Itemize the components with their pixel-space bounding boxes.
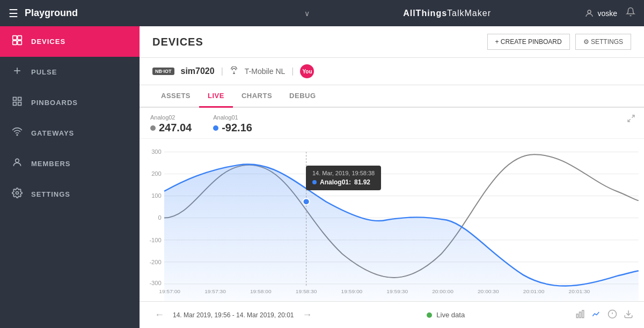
chevron-down-icon[interactable]: ∨ — [304, 9, 310, 18]
info-icon[interactable] — [608, 309, 617, 321]
tab-assets[interactable]: ASSETS — [152, 85, 199, 108]
svg-rect-4 — [18, 41, 22, 45]
legend-analog01-value: -92.16 — [213, 122, 252, 134]
svg-text:300: 300 — [151, 149, 162, 155]
svg-rect-1 — [13, 36, 17, 40]
notification-bell-icon[interactable] — [626, 7, 635, 19]
svg-line-17 — [628, 119, 631, 122]
pinboards-icon — [11, 96, 24, 109]
separator2: | — [291, 66, 294, 76]
svg-text:-100: -100 — [149, 237, 161, 243]
line-chart-icon[interactable] — [591, 309, 601, 321]
sidebar-item-settings[interactable]: SETTINGS — [0, 179, 140, 210]
user-name-label: voske — [597, 9, 617, 18]
svg-rect-7 — [13, 98, 17, 101]
svg-rect-9 — [13, 102, 17, 106]
app-title: Playground — [25, 8, 300, 19]
svg-rect-45 — [580, 312, 581, 318]
legend-analog02-value: 247.04 — [150, 122, 192, 134]
svg-rect-3 — [13, 41, 17, 45]
sidebar-item-label: SETTINGS — [31, 190, 70, 198]
content-area: DEVICES + CREATE PINBOARD ⚙ SETTINGS NB·… — [140, 26, 644, 328]
svg-rect-2 — [18, 36, 22, 40]
sidebar-item-label: GATEWAYS — [31, 129, 74, 137]
legend-analog02-label: Analog02 — [150, 114, 192, 121]
svg-rect-44 — [576, 314, 578, 318]
legend-analog01: Analog01 -92.16 — [213, 114, 252, 134]
sidebar-item-label: DEVICES — [31, 38, 65, 46]
svg-line-16 — [632, 115, 634, 118]
chart-svg: 300 200 100 0 -100 -200 -300 19:57:00 19… — [140, 139, 644, 301]
create-pinboard-button[interactable]: + CREATE PINBOARD — [487, 34, 570, 50]
user-avatar-icon — [584, 9, 594, 18]
main-layout: DEVICES PULSE PINBOARDS GATEWAYS MEMBERS — [0, 26, 644, 328]
tab-live[interactable]: LIVE — [199, 85, 233, 108]
svg-rect-46 — [582, 310, 584, 318]
nb-iot-badge: NB·IOT — [152, 68, 174, 75]
svg-point-13 — [16, 192, 19, 195]
you-badge: You — [300, 64, 314, 78]
chart-bottom-bar: ← 14. Mar 2019, 19:56 - 14. Mar 2019, 20… — [140, 301, 644, 328]
devices-icon — [11, 35, 24, 48]
download-icon[interactable] — [624, 309, 633, 321]
svg-point-11 — [17, 135, 18, 136]
sidebar-item-gateways[interactable]: GATEWAYS — [0, 118, 140, 148]
gateways-icon — [11, 126, 24, 140]
svg-text:200: 200 — [151, 171, 162, 177]
tab-charts[interactable]: CHARTS — [233, 85, 281, 108]
svg-point-43 — [303, 198, 309, 205]
brand-name: AllThingsTalkMaker — [403, 9, 491, 18]
svg-rect-8 — [18, 98, 21, 101]
legend-analog01-dot — [213, 125, 218, 131]
expand-icon[interactable] — [627, 114, 635, 124]
svg-point-12 — [16, 159, 19, 162]
device-settings-button[interactable]: ⚙ SETTINGS — [575, 34, 631, 50]
network-name: T-Mobile NL — [245, 67, 285, 76]
chart-legend: Analog02 247.04 Analog01 -92.16 — [140, 108, 644, 139]
next-arrow-button[interactable]: → — [298, 307, 316, 323]
svg-text:0: 0 — [158, 215, 162, 221]
page-title: DEVICES — [152, 36, 203, 48]
pulse-icon — [11, 65, 24, 79]
bar-chart-icon[interactable] — [575, 309, 585, 321]
svg-text:-300: -300 — [149, 280, 161, 286]
tab-debug[interactable]: DEBUG — [281, 85, 324, 108]
live-data-label: Live data — [436, 311, 465, 319]
content-header: DEVICES + CREATE PINBOARD ⚙ SETTINGS — [140, 26, 644, 58]
legend-analog02-dot — [150, 125, 156, 131]
tabs-bar: ASSETS LIVE CHARTS DEBUG — [140, 85, 644, 108]
live-data-indicator: Live data — [427, 311, 465, 319]
brand-logo: AllThingsTalkMaker — [310, 9, 585, 18]
settings-icon — [11, 188, 24, 201]
sidebar-item-label: MEMBERS — [31, 160, 70, 168]
sidebar-item-devices[interactable]: DEVICES — [0, 26, 140, 57]
svg-rect-10 — [18, 102, 21, 106]
sidebar-item-label: PULSE — [31, 68, 57, 76]
chart-area: 300 200 100 0 -100 -200 -300 19:57:00 19… — [140, 139, 644, 301]
top-bar-right: voske — [584, 7, 635, 19]
chart-navigation: ← 14. Mar 2019, 19:56 - 14. Mar 2019, 20… — [150, 307, 316, 323]
legend-analog01-label: Analog01 — [213, 114, 252, 121]
live-dot — [427, 312, 432, 318]
device-name: sim7020 — [181, 66, 215, 76]
antenna-icon — [230, 66, 238, 77]
prev-arrow-button[interactable]: ← — [150, 307, 169, 323]
top-bar: ☰ Playground ∨ AllThingsTalkMaker voske — [0, 0, 644, 26]
sidebar-item-label: PINBOARDS — [31, 99, 78, 107]
legend-analog02: Analog02 247.04 — [150, 114, 192, 134]
svg-text:100: 100 — [151, 193, 162, 199]
separator: | — [221, 66, 223, 76]
sidebar-item-pulse[interactable]: PULSE — [0, 57, 140, 87]
members-icon — [11, 157, 24, 170]
menu-icon[interactable]: ☰ — [9, 7, 18, 20]
sidebar-item-pinboards[interactable]: PINBOARDS — [0, 87, 140, 118]
date-range-label: 14. Mar 2019, 19:56 - 14. Mar 2019, 20:0… — [173, 311, 294, 319]
sidebar-item-members[interactable]: MEMBERS — [0, 148, 140, 179]
chart-bottom-actions — [575, 309, 633, 321]
sidebar: DEVICES PULSE PINBOARDS GATEWAYS MEMBERS — [0, 26, 140, 328]
user-profile-button[interactable]: voske — [584, 9, 617, 18]
chart-container: Analog02 247.04 Analog01 -92.16 — [140, 108, 644, 328]
svg-point-0 — [588, 10, 591, 13]
svg-text:-200: -200 — [149, 259, 161, 265]
device-info-bar: NB·IOT sim7020 | T-Mobile NL | You — [140, 58, 644, 85]
